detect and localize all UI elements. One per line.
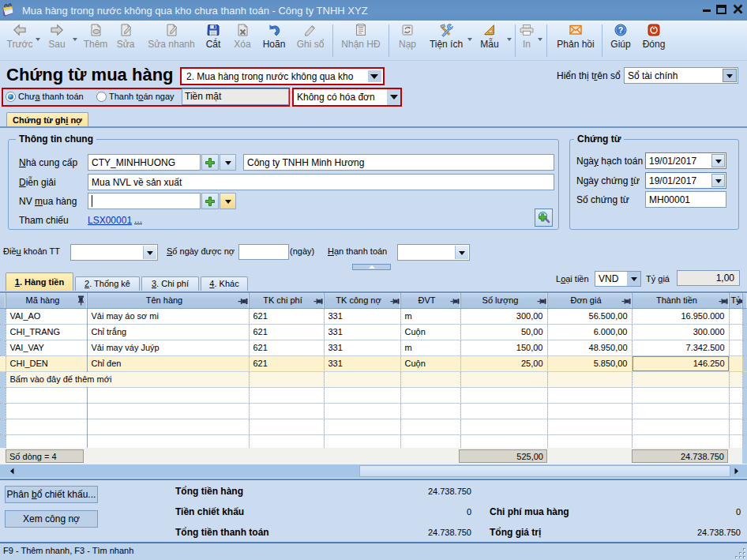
svg-text:?: ? — [618, 25, 623, 35]
